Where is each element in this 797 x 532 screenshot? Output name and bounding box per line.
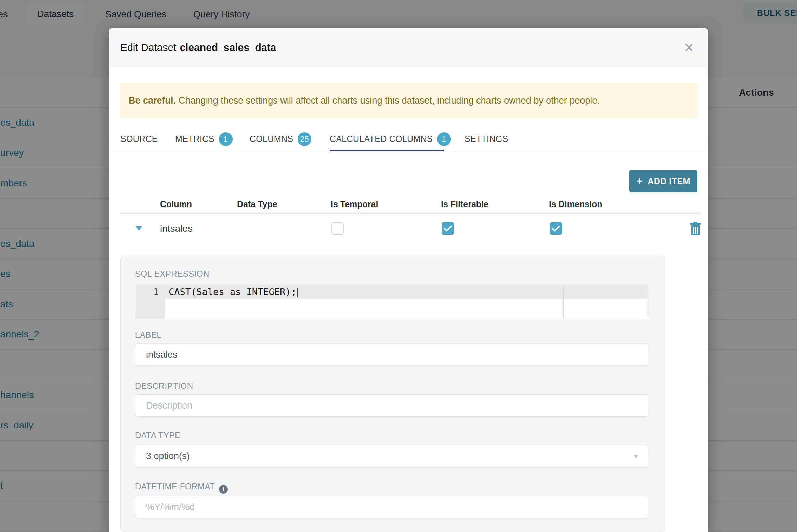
- warning-banner: Be careful. Changing these settings will…: [120, 83, 698, 118]
- tab-label: CALCULATED COLUMNS: [330, 134, 433, 144]
- datetime-format-field-label: DATETIME FORMATi: [135, 482, 228, 494]
- tab-settings[interactable]: SETTINGS: [465, 127, 508, 151]
- plus-icon: +: [637, 175, 643, 187]
- column-header-is-temporal: Is Temporal: [331, 195, 378, 214]
- tab-label: METRICS: [175, 134, 214, 144]
- sql-expression-label: SQL EXPRESSION: [135, 269, 209, 279]
- tab-label: COLUMNS: [250, 134, 293, 144]
- screen: es Datasets Saved Queries Query History …: [0, 0, 797, 532]
- sql-code-text: CAST(Sales as INTEGER);: [169, 287, 297, 297]
- data-type-field-label: DATA TYPE: [135, 430, 181, 440]
- close-icon[interactable]: ✕: [681, 40, 697, 55]
- modal-title: Edit Dataset cleaned_sales_data: [120, 28, 276, 67]
- tab-source[interactable]: SOURCE: [120, 127, 158, 151]
- description-field-label: DESCRIPTION: [135, 381, 193, 391]
- modal-title-prefix: Edit Dataset: [120, 42, 176, 53]
- datetime-format-label-text: DATETIME FORMAT: [135, 482, 215, 491]
- calculated-column-name: intsales: [160, 222, 193, 235]
- is-temporal-checkbox[interactable]: [331, 222, 344, 235]
- add-item-button[interactable]: + ADD ITEM: [629, 170, 697, 192]
- collapse-caret-icon[interactable]: [136, 226, 142, 231]
- description-input[interactable]: [135, 394, 648, 417]
- editor-gutter: 1: [135, 285, 165, 319]
- modal-tabs: SOURCE METRICS 1 COLUMNS 25 CALCULATED C…: [109, 127, 708, 151]
- warning-text: Changing these settings will affect all …: [179, 95, 600, 106]
- tab-label: SOURCE: [120, 134, 158, 144]
- column-header-is-filterable: Is Filterable: [441, 195, 488, 214]
- modal-title-dataset-name: cleaned_sales_data: [180, 42, 276, 53]
- metrics-count-badge: 1: [219, 132, 233, 146]
- calculated-column-detail-panel: SQL EXPRESSION 1 CAST(Sales as INTEGER);…: [120, 256, 665, 532]
- header-divider: [120, 213, 701, 214]
- editor-print-margin: [563, 285, 564, 319]
- label-input[interactable]: [135, 343, 648, 366]
- edit-dataset-modal: Edit Dataset cleaned_sales_data ✕ Be car…: [109, 28, 708, 532]
- data-type-select[interactable]: 3 option(s) ▼: [135, 445, 648, 468]
- modal-header: Edit Dataset cleaned_sales_data ✕: [109, 28, 708, 67]
- delete-trash-icon[interactable]: [690, 222, 701, 237]
- add-item-label: ADD ITEM: [648, 176, 690, 186]
- is-dimension-checkbox[interactable]: [550, 222, 562, 235]
- text-cursor: [297, 288, 298, 297]
- datetime-format-input[interactable]: [135, 496, 648, 518]
- columns-count-badge: 25: [298, 132, 311, 146]
- label-field-label: LABEL: [135, 330, 161, 340]
- tab-calculated-columns[interactable]: CALCULATED COLUMNS 1: [330, 127, 451, 151]
- column-header-column: Column: [160, 195, 192, 214]
- is-filterable-checkbox[interactable]: [442, 222, 454, 235]
- tab-columns[interactable]: COLUMNS 25: [250, 127, 311, 151]
- line-number: 1: [135, 285, 165, 299]
- chevron-down-icon: ▼: [632, 453, 639, 460]
- active-tab-underline: [330, 150, 444, 151]
- data-type-selected-value: 3 option(s): [146, 451, 190, 462]
- info-icon[interactable]: i: [219, 485, 228, 494]
- sql-expression-editor[interactable]: 1 CAST(Sales as INTEGER);: [135, 285, 648, 319]
- warning-bold-text: Be careful.: [129, 95, 176, 106]
- tab-metrics[interactable]: METRICS 1: [175, 127, 233, 151]
- calculated-columns-count-badge: 1: [437, 132, 451, 146]
- sql-code[interactable]: CAST(Sales as INTEGER);: [169, 285, 298, 299]
- column-header-data-type: Data Type: [237, 195, 277, 214]
- column-header-is-dimension: Is Dimension: [549, 195, 602, 214]
- tab-label: SETTINGS: [465, 134, 508, 144]
